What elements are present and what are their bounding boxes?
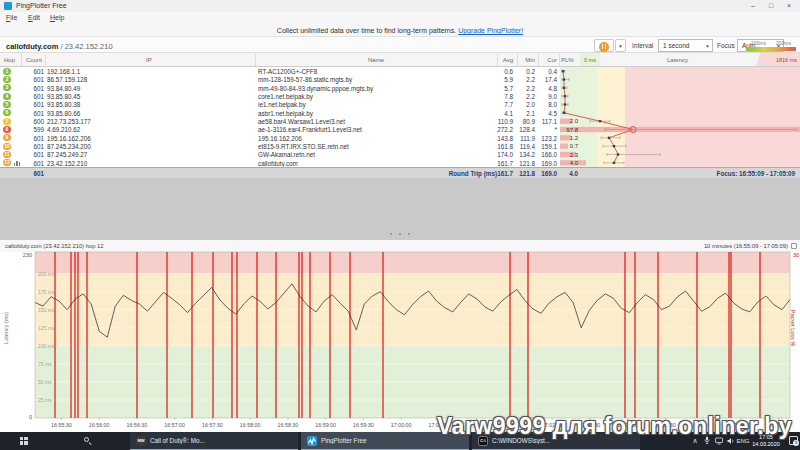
timeline-plot[interactable]: 200 ms175 ms150 ms125 ms100 ms75 ms50 ms…: [0, 240, 800, 432]
upgrade-message: Collect unlimited data over time to find…: [277, 27, 458, 34]
grid-label: 75 ms: [38, 361, 52, 367]
col-avg[interactable]: Avg: [497, 57, 513, 63]
cell-cur: 169.0: [536, 160, 557, 167]
cell-name: 195.16.162.206: [258, 135, 302, 142]
menu-file[interactable]: File: [6, 14, 17, 21]
cell-count: 601: [18, 143, 44, 150]
interval-select[interactable]: 1 second▼: [658, 39, 713, 52]
cell-cur: 123.2: [536, 135, 557, 142]
target-ip: / 23.42.152.210: [58, 42, 112, 51]
cell-count: 601: [18, 110, 44, 117]
latency-dot: [608, 137, 610, 139]
start-button[interactable]: [20, 437, 28, 445]
cell-cur: 9.0: [536, 93, 557, 100]
cell-avg: 143.8: [473, 135, 513, 142]
cell-avg: 161.8: [473, 143, 513, 150]
x-axis-label: 16:59:00: [315, 422, 336, 428]
round-trip-row: 601 Round Trip (ms) 161.7 121.8 169.0 4.…: [0, 167, 800, 178]
latency-dot: [564, 103, 566, 105]
hop-status-badge: 9: [3, 134, 11, 141]
cell-pl: 97.8: [566, 127, 578, 133]
close-button[interactable]: ×: [780, 0, 798, 12]
cell-ip: 87.245.249.27: [47, 151, 87, 158]
cell-count: 601: [18, 160, 44, 167]
latency-zero-chip: 0 ms: [580, 53, 600, 66]
focus-label: Focus: [717, 42, 735, 49]
col-latency[interactable]: Latency: [600, 57, 755, 63]
cell-ip: 212.73.253.177: [47, 118, 91, 125]
cell-min: 0.2: [514, 68, 535, 75]
col-min[interactable]: Min: [519, 57, 535, 63]
cell-name: ie1.net.belpak.by: [258, 101, 306, 108]
pause-dropdown-button[interactable]: ▼: [615, 39, 626, 52]
packet-loss-bar: [560, 144, 568, 149]
col-count[interactable]: Count: [26, 57, 42, 63]
x-axis-label: 16:55:30: [51, 422, 72, 428]
col-cur[interactable]: Cur: [540, 57, 557, 63]
pingplotter-logo-icon: [4, 2, 12, 10]
col-name[interactable]: Name: [368, 57, 384, 63]
col-hop[interactable]: Hop: [4, 57, 15, 63]
window-title: PingPlotter Free: [16, 2, 67, 9]
taskbar-item-callofduty[interactable]: MW Call of Duty®: Mo...: [130, 432, 298, 450]
search-icon[interactable]: [84, 437, 91, 444]
legend-gradient: [746, 47, 796, 51]
latency-dot: [613, 145, 615, 147]
hop-status-badge: 6: [3, 109, 11, 116]
upgrade-link[interactable]: Upgrade PingPlotter!: [458, 27, 523, 34]
x-axis-label: 16:58:00: [240, 422, 261, 428]
cell-min: 2.2: [514, 76, 535, 83]
legend-100ms: 100ms: [751, 40, 766, 46]
summary-min: 121.8: [514, 170, 535, 177]
cell-name: ae58.bar4.Warsaw1.Level3.net: [258, 118, 345, 125]
col-ip[interactable]: IP: [146, 57, 152, 63]
trace-table-header: Hop Count IP Name Avg Min Cur PL% 0 ms L…: [0, 53, 800, 67]
cell-pl: 0.7: [570, 143, 579, 149]
col-pl[interactable]: PL%: [561, 57, 574, 63]
summary-avg: 161.7: [473, 170, 513, 177]
cell-avg: 5.7: [473, 85, 513, 92]
cell-avg: 7.7: [473, 101, 513, 108]
latency-dot: [613, 162, 615, 164]
cell-name: GW-Akamai.retn.net: [258, 151, 315, 158]
cell-cur: 4.5: [536, 110, 557, 117]
latency-color-legend: 100ms 200ms: [746, 40, 796, 51]
menu-help[interactable]: Help: [50, 14, 64, 21]
x-axis-label: 16:57:30: [202, 422, 223, 428]
cell-ip: 4.69.210.62: [47, 126, 80, 133]
hop-status-badge: 11: [3, 151, 11, 158]
cell-cur: 159.1: [536, 143, 557, 150]
maximize-button[interactable]: □: [762, 0, 780, 12]
pause-button[interactable]: [594, 39, 614, 52]
cell-count: 601: [18, 76, 44, 83]
hop-status-badge: 1: [3, 68, 11, 75]
cell-name: ae-1-3116.ear4.Frankfurt1.Level3.net: [258, 126, 362, 133]
latency-dot: [563, 87, 565, 89]
x-axis-label: 16:56:30: [127, 422, 148, 428]
cell-count: 601: [18, 135, 44, 142]
hop-status-badge: 10: [3, 143, 11, 150]
hop-status-badge: 4: [3, 93, 11, 100]
grid-label: 100 ms: [38, 343, 55, 349]
grid-label: 150 ms: [38, 307, 55, 313]
minimize-button[interactable]: –: [744, 0, 762, 12]
y-axis-max: 230: [23, 252, 32, 258]
summary-count: 601: [18, 170, 44, 177]
x-axis-label: 16:58:30: [278, 422, 299, 428]
cell-min: 134.2: [514, 151, 535, 158]
callofduty-icon: MW: [136, 436, 146, 446]
menu-edit[interactable]: Edit: [28, 14, 40, 21]
grid-label: 50 ms: [38, 379, 52, 385]
cell-cur: 17.4: [536, 76, 557, 83]
hop-status-badge: 7: [3, 118, 11, 125]
cell-min: 2.0: [514, 101, 535, 108]
cell-name: mm-49-80-84-93.dynamic.pppoe.mgts.by: [258, 85, 373, 92]
cell-name: et815-9.RT.IRX.STO.SE.retn.net: [258, 143, 349, 150]
splitter-handle[interactable]: [390, 233, 410, 235]
cell-min: 121.8: [514, 160, 535, 167]
hop-status-badge: 2: [3, 76, 11, 83]
cell-ip: 192.168.1.1: [47, 68, 80, 75]
cell-pl: 4.0: [570, 160, 579, 166]
cell-ip: 23.42.152.210: [47, 160, 87, 167]
upgrade-message-bar: Collect unlimited data over time to find…: [0, 25, 800, 36]
